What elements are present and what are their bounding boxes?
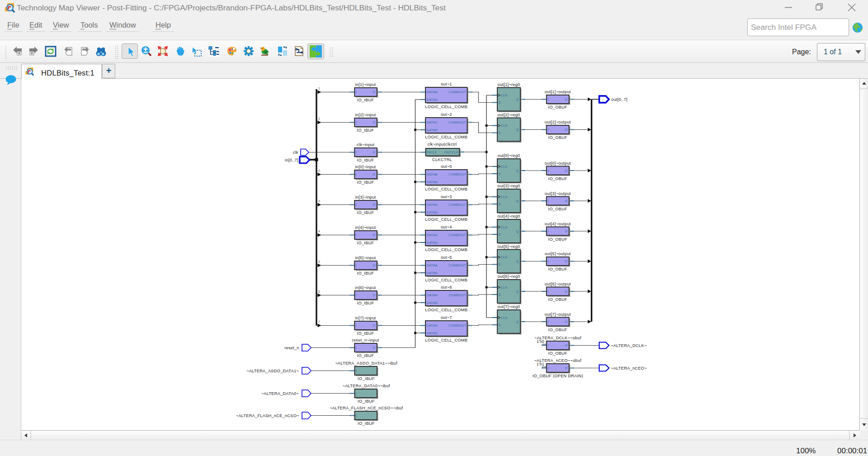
svg-text:out[0]~output: out[0]~output <box>545 161 571 166</box>
svg-text:reset_n~input: reset_n~input <box>352 338 379 342</box>
svg-text:COMBOUT: COMBOUT <box>448 172 466 176</box>
svg-text:CLK: CLK <box>501 195 508 199</box>
svg-text:O: O <box>373 172 376 176</box>
svg-text:O: O <box>373 233 376 237</box>
svg-text:O: O <box>565 229 568 233</box>
svg-text:Q: Q <box>516 290 519 294</box>
svg-text:IO_OBUF (OPEN DRAIN): IO_OBUF (OPEN DRAIN) <box>533 374 583 378</box>
svg-text:LOGIC_CELL_COMB: LOGIC_CELL_COMB <box>425 104 467 109</box>
svg-text:Q: Q <box>516 320 519 324</box>
svg-text:LOGIC_CELL_COMB: LOGIC_CELL_COMB <box>425 278 467 282</box>
svg-text:LOGIC_CELL_COMB: LOGIC_CELL_COMB <box>425 338 467 342</box>
svg-text:DATAD: DATAD <box>427 210 438 214</box>
svg-text:O: O <box>565 97 568 101</box>
svg-text:clk: clk <box>293 150 298 155</box>
svg-text:1'h1: 1'h1 <box>537 362 544 366</box>
svg-text:~ALTERA_ASDO_DATA1~~ibuf: ~ALTERA_ASDO_DATA1~~ibuf <box>335 361 397 366</box>
svg-text:I: I <box>356 323 357 328</box>
svg-text:D: D <box>499 293 501 297</box>
svg-text:O: O <box>565 128 568 132</box>
svg-text:out[1]~reg0: out[1]~reg0 <box>497 82 520 87</box>
svg-text:I: I <box>356 391 357 395</box>
svg-text:IO_IBUF: IO_IBUF <box>358 376 375 381</box>
svg-text:LOGIC_CELL_COMB: LOGIC_CELL_COMB <box>425 135 467 139</box>
svg-text:COMBOUT: COMBOUT <box>448 120 466 124</box>
svg-text:LOGIC_CELL_COMB: LOGIC_CELL_COMB <box>425 217 467 222</box>
svg-text:D: D <box>499 131 501 135</box>
svg-text:COMBOUT: COMBOUT <box>448 203 466 207</box>
svg-text:IO_IBUF: IO_IBUF <box>357 353 374 358</box>
svg-text:DATAD: DATAD <box>427 98 438 102</box>
svg-text:D: D <box>499 323 501 327</box>
svg-text:out[4]~reg0: out[4]~reg0 <box>497 214 520 218</box>
svg-text:Q: Q <box>516 169 519 173</box>
svg-text:IO_OBUF: IO_OBUF <box>548 328 568 332</box>
svg-text:O: O <box>565 290 568 294</box>
svg-text:out~5: out~5 <box>441 255 452 260</box>
svg-text:DATAD: DATAD <box>427 301 438 305</box>
svg-text:in[6]~input: in[6]~input <box>355 285 376 290</box>
svg-text:Q: Q <box>516 97 519 101</box>
svg-text:DATAA: DATAA <box>427 263 438 267</box>
svg-text:O: O <box>373 120 376 124</box>
svg-text:IO_IBUF: IO_IBUF <box>357 331 374 336</box>
svg-text:~ALTERA_FLASH_nCE_nCSO~~ibuf: ~ALTERA_FLASH_nCE_nCSO~~ibuf <box>330 406 403 410</box>
svg-text:CLK: CLK <box>501 225 508 229</box>
svg-text:O: O <box>565 199 568 203</box>
svg-text:O: O <box>565 320 568 324</box>
svg-text:I: I <box>548 199 549 203</box>
svg-text:DATAA: DATAA <box>427 293 438 297</box>
svg-text:out[3]~output: out[3]~output <box>545 191 571 196</box>
svg-text:~ALTERA_DATA0~: ~ALTERA_DATA0~ <box>261 391 299 396</box>
svg-text:LOGIC_CELL_COMB: LOGIC_CELL_COMB <box>425 247 467 252</box>
svg-text:I: I <box>548 169 549 173</box>
svg-text:6: 6 <box>318 290 321 294</box>
svg-text:out~0: out~0 <box>441 164 452 169</box>
svg-text:IO_OBUF: IO_OBUF <box>548 297 568 302</box>
svg-text:I: I <box>548 320 549 324</box>
svg-text:O: O <box>565 169 568 173</box>
svg-text:OUTCLK: OUTCLK <box>444 150 458 154</box>
svg-text:in[2]~input: in[2]~input <box>355 113 376 117</box>
svg-text:D: D <box>499 202 501 206</box>
svg-text:O: O <box>565 366 568 370</box>
svg-text:I: I <box>356 263 357 267</box>
svg-text:IO_IBUF: IO_IBUF <box>357 128 374 133</box>
svg-text:D: D <box>499 262 501 266</box>
svg-text:I: I <box>548 366 549 370</box>
svg-text:I: I <box>356 150 357 154</box>
svg-text:COMBOUT: COMBOUT <box>448 323 466 328</box>
svg-text:DATAD: DATAD <box>427 241 438 245</box>
svg-text:0: 0 <box>318 169 321 173</box>
svg-text:~ALTERA_DATA0~~ibuf: ~ALTERA_DATA0~~ibuf <box>342 384 390 388</box>
svg-text:O: O <box>373 323 376 328</box>
svg-text:1: 1 <box>318 86 321 90</box>
svg-text:DATAA: DATAA <box>427 233 438 237</box>
svg-text:O: O <box>565 259 568 263</box>
svg-text:out[6]~output: out[6]~output <box>545 282 571 286</box>
svg-text:IO_OBUF: IO_OBUF <box>548 176 568 181</box>
svg-text:5: 5 <box>318 260 321 264</box>
svg-text:3: 3 <box>318 199 321 203</box>
svg-text:out~2: out~2 <box>441 112 452 117</box>
svg-text:out[1]~output: out[1]~output <box>545 90 571 94</box>
svg-text:2: 2 <box>318 117 321 121</box>
svg-text:IO_OBUF: IO_OBUF <box>548 351 568 356</box>
svg-text:CLK: CLK <box>501 316 508 320</box>
svg-text:~ALTERA_FLASH_nCE_nCSO~: ~ALTERA_FLASH_nCE_nCSO~ <box>236 413 299 418</box>
svg-text:I: I <box>548 259 549 263</box>
svg-text:I: I <box>356 172 357 176</box>
svg-text:Q: Q <box>516 199 519 203</box>
svg-text:4: 4 <box>318 229 321 233</box>
svg-text:out[5]~reg0: out[5]~reg0 <box>497 244 520 249</box>
svg-text:out[2]~output: out[2]~output <box>545 120 571 124</box>
svg-text:out[0]~reg0: out[0]~reg0 <box>497 153 520 158</box>
svg-text:D: D <box>499 100 501 104</box>
svg-text:CLK: CLK <box>501 124 508 128</box>
svg-text:DATAD: DATAD <box>427 128 438 132</box>
svg-text:CLKCTRL: CLKCTRL <box>432 157 452 162</box>
svg-text:out~6: out~6 <box>441 285 452 290</box>
svg-text:DATAA: DATAA <box>427 203 438 207</box>
svg-text:in[0]~input: in[0]~input <box>355 165 376 169</box>
svg-text:IO_OBUF: IO_OBUF <box>548 207 568 211</box>
